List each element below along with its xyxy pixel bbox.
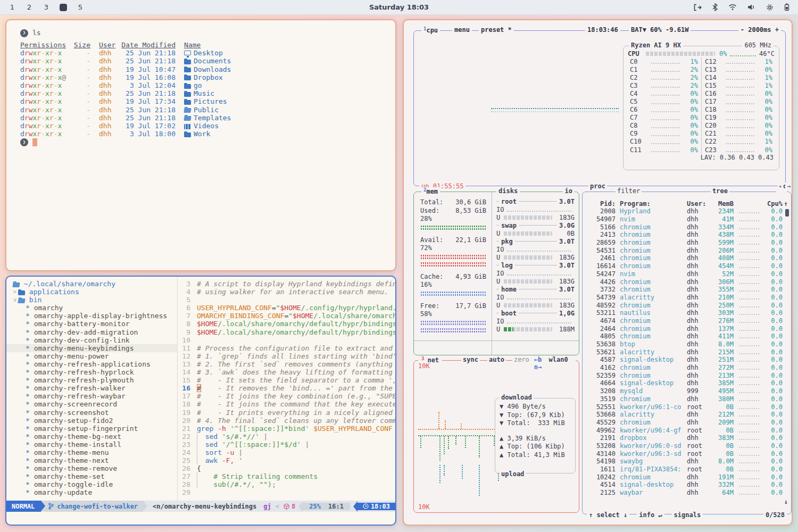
git-branch-segment[interactable]: change-wofi-to-walker — [45, 501, 143, 512]
net-interface-switcher[interactable]: ←b wlan0 n→ — [531, 356, 576, 371]
proc-col-memb[interactable]: MemB — [708, 200, 734, 207]
code-line: 5 — [178, 296, 395, 304]
process-row[interactable]: 4664signal-desktopdhh385M0.0 — [583, 379, 791, 387]
proc-signals-hint[interactable]: signals — [672, 511, 703, 519]
tree-item-omarchy-apple-display-brightness[interactable]: * omarchy-apple-display-brightness — [6, 312, 177, 320]
process-row[interactable]: 2464chromiumdhh137M0.0 — [583, 325, 791, 332]
tree-item-omarchy-setup-fingerprint[interactable]: * omarchy-setup-fingerprint — [6, 425, 177, 433]
tree-item-omarchy-refresh-walker[interactable]: * omarchy-refresh-walker — [6, 384, 177, 392]
proc-col-user[interactable]: User: — [687, 200, 708, 207]
tree-item-omarchy-theme-next[interactable]: * omarchy-theme-next — [6, 456, 177, 464]
process-row[interactable]: 53621alacrittydhh215M0.0 — [583, 348, 791, 356]
code-editor-panel[interactable]: 3# A script to display Hyprland keybindi… — [178, 277, 395, 501]
proc-filter-tab[interactable]: filter — [616, 187, 642, 195]
mem-box-title[interactable]: 2mem — [421, 187, 440, 195]
process-row[interactable]: 3208mysqld999495M0.0 — [583, 387, 791, 395]
tree-item-omarchy-theme-set[interactable]: * omarchy-theme-set — [6, 472, 177, 480]
proc-col-program[interactable]: Program: — [620, 200, 687, 207]
sort-direction-arrow[interactable]: ↑ — [783, 200, 789, 207]
terminal-window-ls[interactable]: ❯ ls Permissions Size User Date Modified… — [5, 19, 396, 271]
proc-header-row: Pid: Program: User: MemB Cpu% ↑ — [583, 200, 791, 207]
vim-mode-badge: NORMAL — [6, 501, 41, 512]
process-row[interactable]: 52359chromiumdhh213M0.0 — [583, 371, 791, 379]
tree-item-omarchy-dev-config-link[interactable]: * omarchy-dev-config-link — [6, 336, 177, 344]
process-row[interactable]: 10242chromiumdhh191M0.0 — [583, 473, 791, 481]
process-row[interactable]: 54247nvimdhh52M0.0 — [583, 270, 791, 278]
disks-io-tab[interactable]: io — [563, 187, 575, 195]
process-row[interactable]: 4426chromiumdhh306M0.0 — [583, 278, 791, 286]
tree-item-omarchy-toggle-idle[interactable]: * omarchy-toggle-idle — [6, 480, 177, 488]
menu-button[interactable]: menu — [452, 26, 472, 34]
preset-button[interactable]: preset * — [479, 26, 514, 34]
tree-item-omarchy-screenrecord[interactable]: * omarchy-screenrecord — [6, 400, 177, 408]
tree-item-omarchy-refresh-applications[interactable]: * omarchy-refresh-applications — [6, 360, 177, 368]
tree-item-omarchy-screenshot[interactable]: * omarchy-screenshot — [6, 409, 177, 417]
tree-item-omarchy-setup-fido2[interactable]: * omarchy-setup-fido2 — [6, 417, 177, 425]
tree-item-omarchy-theme-bg-next[interactable]: * omarchy-theme-bg-next — [6, 433, 177, 440]
file-row: drwxr-xr-x-dhh19 Jul 17:34Pictures — [20, 97, 395, 105]
process-row[interactable]: 28659chromiumdhh599M0.0 — [583, 239, 791, 247]
proc-info-hint[interactable]: info ↵ — [637, 511, 664, 519]
neovim-window[interactable]: ~/.local/share/omarchy> applicationsv bi… — [5, 276, 396, 526]
cpu-box-title[interactable]: 1cpu — [421, 26, 440, 34]
tree-folder-bin[interactable]: v bin — [6, 296, 177, 304]
process-row[interactable]: 53638btopdhh8.0M0.0 — [583, 340, 791, 348]
tree-item-omarchy-theme-menu[interactable]: * omarchy-theme-menu — [6, 448, 177, 456]
process-row[interactable]: 2008Hyprlanddhh234M0.0 — [583, 207, 791, 215]
refresh-interval-control[interactable]: - 2000ms + — [738, 26, 781, 34]
tree-root[interactable]: ~/.local/share/omarchy — [6, 280, 177, 288]
proc-sort-control[interactable]: ← cpu lazy → — [776, 187, 787, 195]
tree-item-omarchy[interactable]: * omarchy — [6, 304, 177, 312]
process-row[interactable]: 2125waybardhh64M0.0 — [583, 489, 791, 497]
proc-scrollbar-thumb[interactable] — [785, 209, 789, 217]
disks-title[interactable]: disks — [496, 187, 520, 195]
process-row[interactable]: 54907nvimdhh41M0.0 — [583, 215, 791, 223]
process-row[interactable]: 49962kworker/u96:4-gfroot0B0.0 — [583, 426, 791, 434]
code-text: # A script to display Hyprland keybindin… — [197, 280, 395, 288]
tree-item-omarchy-menu-power[interactable]: * omarchy-menu-power — [6, 352, 177, 360]
process-row[interactable]: 4162chromiumdhh272M0.0 — [583, 364, 791, 372]
proc-select-hint[interactable]: ↑ select ↓ — [587, 511, 629, 519]
process-row[interactable]: 53211nautilusdhh303M0.0 — [583, 309, 791, 317]
process-row[interactable]: 4674chromiumdhh276M0.0 — [583, 317, 791, 325]
process-row[interactable]: 52551kworker/u96:1-coroot0B0.0 — [583, 403, 791, 411]
process-row[interactable]: 43140kworker/u96:3-sdroot0B0.0 — [583, 450, 791, 458]
tree-item-omarchy-refresh-waybar[interactable]: * omarchy-refresh-waybar — [6, 392, 177, 400]
tree-item-omarchy-menu-keybindings[interactable]: * omarchy-menu-keybindings — [6, 344, 177, 352]
tree-item-omarchy-battery-monitor[interactable]: * omarchy-battery-monitor — [6, 320, 177, 328]
tree-item-omarchy-dev-add-migration[interactable]: * omarchy-dev-add-migration — [6, 328, 177, 336]
process-row[interactable]: 53668alacrittydhh212M0.0 — [583, 411, 791, 419]
tree-item-omarchy-refresh-hyprlock[interactable]: * omarchy-refresh-hyprlock — [6, 368, 177, 376]
process-row[interactable]: 45529chromiumdhh209M0.0 — [583, 419, 791, 427]
process-row[interactable]: 3732chromiumdhh355M0.0 — [583, 286, 791, 294]
process-row[interactable]: 54531chromiumdhh206M0.0 — [583, 246, 791, 254]
process-row[interactable]: 53208kworker/u96:0-sdroot0B0.0 — [583, 442, 791, 450]
process-row[interactable]: 3519chromiumdhh380M0.0 — [583, 395, 791, 403]
process-row[interactable]: 5166chromiumdhh334M0.0 — [583, 223, 791, 231]
asterisk-icon: * — [26, 417, 34, 425]
process-row[interactable]: 1611irq/81-PIXA3854:root0B0.0 — [583, 466, 791, 473]
net-sync-tab[interactable]: sync — [461, 356, 480, 371]
proc-col-pid[interactable]: Pid: — [588, 200, 616, 207]
tree-folder-applications[interactable]: > applications — [6, 288, 177, 296]
process-row[interactable]: 2461chromiumdhh408M0.0 — [583, 254, 791, 262]
proc-col-cpu[interactable]: Cpu% — [763, 200, 783, 207]
proc-scroll-down-arrow[interactable]: ↓ — [784, 498, 788, 505]
process-row[interactable]: 54198swaybgdhh8.0M0.0 — [583, 458, 791, 466]
tree-item-omarchy-theme-remove[interactable]: * omarchy-theme-remove — [6, 464, 177, 472]
net-zero-tab[interactable]: zero — [512, 356, 531, 371]
proc-tree-tab[interactable]: tree — [711, 187, 729, 195]
net-auto-tab[interactable]: auto — [487, 356, 506, 371]
tree-item-omarchy-refresh-plymouth[interactable]: * omarchy-refresh-plymouth — [6, 376, 177, 384]
process-row[interactable]: 4514signal-desktopdhh332M0.0 — [583, 481, 791, 489]
process-row[interactable]: 16614chromiumdhh454M0.0 — [583, 262, 791, 270]
process-row[interactable]: 54739alacrittydhh210M0.0 — [583, 294, 791, 302]
process-row[interactable]: 4587signal-desktopdhh251M0.0 — [583, 356, 791, 364]
tree-item-omarchy-update[interactable]: * omarchy-update — [6, 488, 177, 496]
tree-item-omarchy-theme-install[interactable]: * omarchy-theme-install — [6, 440, 177, 448]
process-row[interactable]: 4805chromiumdhh411M0.0 — [583, 332, 791, 340]
process-row[interactable]: 48592chromiumdhh250M0.0 — [583, 301, 791, 309]
btop-window[interactable]: 1cpu menu preset * 18:03:46 BAT▼ 60% -9.… — [403, 19, 793, 526]
process-row[interactable]: 2413chromiumdhh438M0.0 — [583, 231, 791, 239]
process-row[interactable]: 2191dropboxdhh383M0.0 — [583, 434, 791, 442]
